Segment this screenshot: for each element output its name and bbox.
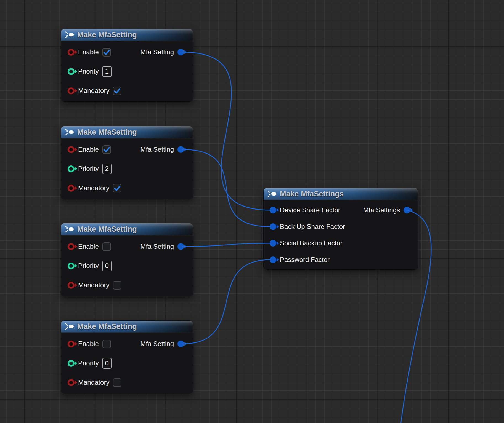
pin-row: Back Up Share Factor: [264, 218, 418, 235]
node-make-mfasetting-3[interactable]: Make MfaSetting Enable Mfa Setting: [61, 223, 193, 296]
pin-label-password-factor: Password Factor: [280, 256, 330, 264]
pin-label-priority: Priority: [78, 68, 99, 75]
pin-mandatory-bool[interactable]: [68, 379, 75, 386]
node-header[interactable]: Make MfaSettings: [264, 188, 418, 200]
pin-row: Enable Mfa Setting: [61, 334, 193, 354]
pin-row: Mandatory: [61, 275, 193, 295]
node-title: Make MfaSettings: [280, 190, 344, 198]
pin-row: Enable Mfa Setting: [61, 42, 193, 62]
pin-label-device-share-factor: Device Share Factor: [280, 206, 340, 214]
pin-mandatory-bool[interactable]: [68, 87, 75, 94]
pin-label-mfa-setting: Mfa Setting: [140, 243, 174, 250]
priority-input[interactable]: 2: [102, 164, 112, 174]
make-struct-icon: [65, 323, 74, 330]
node-title: Make MfaSetting: [77, 225, 137, 234]
mandatory-checkbox[interactable]: [113, 184, 121, 192]
pin-label-mfa-setting: Mfa Setting: [140, 146, 174, 153]
pin-row: Priority 2: [61, 159, 193, 178]
pin-label-mandatory: Mandatory: [78, 379, 109, 386]
pin-row: Priority 0: [61, 256, 193, 275]
pin-social-backup-factor[interactable]: [270, 240, 276, 247]
node-make-mfasetting-1[interactable]: Make MfaSetting Enable Mfa Setting: [61, 29, 193, 101]
wire-mfasetting4-to-password-factor[interactable]: [182, 260, 270, 344]
pin-label-mandatory: Mandatory: [78, 281, 109, 289]
blueprint-graph-canvas[interactable]: Make MfaSetting Enable Mfa Setting: [0, 0, 504, 423]
pin-label-enable: Enable: [78, 243, 99, 250]
enable-checkbox[interactable]: [102, 48, 111, 57]
pin-label-social-backup-factor: Social Backup Factor: [280, 239, 343, 247]
check-icon: [113, 87, 121, 95]
pin-label-mfa-settings: Mfa Settings: [363, 206, 400, 214]
priority-input[interactable]: 0: [102, 358, 112, 369]
pin-row: Enable Mfa Setting: [61, 237, 193, 256]
make-struct-icon: [65, 31, 74, 38]
pin-mandatory-bool[interactable]: [68, 282, 75, 289]
mandatory-checkbox[interactable]: [113, 378, 121, 387]
pin-enable-bool[interactable]: [68, 243, 75, 250]
pin-priority-int[interactable]: [68, 165, 75, 172]
make-struct-icon: [65, 226, 74, 233]
node-header[interactable]: Make MfaSetting: [61, 223, 193, 235]
pin-label-mandatory: Mandatory: [78, 184, 109, 192]
pin-row: Device Share Factor Mfa Settings: [264, 202, 418, 218]
pin-mandatory-bool[interactable]: [68, 185, 75, 192]
pin-row: Password Factor: [264, 251, 418, 268]
node-header[interactable]: Make MfaSetting: [61, 321, 193, 333]
check-icon: [103, 49, 110, 56]
pin-label-priority: Priority: [78, 359, 99, 367]
pin-back-up-share-factor[interactable]: [270, 223, 276, 230]
pin-row: Mandatory: [61, 373, 193, 392]
node-make-mfasettings[interactable]: Make MfaSettings Device Share Factor Mfa…: [264, 188, 418, 269]
pin-label-priority: Priority: [78, 165, 99, 173]
pin-mfa-settings-output[interactable]: [404, 207, 410, 213]
pin-label-enable: Enable: [78, 146, 99, 153]
node-title: Make MfaSetting: [77, 31, 137, 39]
node-title: Make MfaSetting: [77, 128, 137, 136]
mandatory-checkbox[interactable]: [113, 87, 121, 95]
pin-device-share-factor[interactable]: [270, 207, 276, 213]
pin-label-mandatory: Mandatory: [78, 87, 109, 95]
pin-row: Social Backup Factor: [264, 235, 418, 251]
make-struct-icon: [65, 128, 74, 136]
enable-checkbox[interactable]: [102, 340, 111, 348]
pin-enable-bool[interactable]: [68, 146, 75, 153]
pin-mfa-setting-output[interactable]: [177, 243, 184, 250]
pin-priority-int[interactable]: [68, 360, 75, 367]
pin-label-mfa-setting: Mfa Setting: [140, 48, 174, 56]
pin-priority-int[interactable]: [68, 263, 75, 269]
make-struct-icon: [267, 190, 277, 197]
pin-mfa-setting-output[interactable]: [177, 146, 184, 153]
pin-label-enable: Enable: [78, 340, 99, 348]
pin-row: Mandatory: [61, 81, 193, 100]
wire-mfasetting1-to-device-share-factor[interactable]: [182, 52, 270, 210]
priority-input[interactable]: 0: [102, 261, 112, 271]
pin-mfa-setting-output[interactable]: [177, 341, 184, 347]
check-icon: [113, 184, 121, 192]
pin-row: Enable Mfa Setting: [61, 140, 193, 159]
priority-input[interactable]: 1: [102, 66, 112, 77]
pin-label-enable: Enable: [78, 48, 99, 56]
node-make-mfasetting-2[interactable]: Make MfaSetting Enable Mfa Setting: [61, 126, 193, 199]
node-header[interactable]: Make MfaSetting: [61, 126, 193, 138]
pin-enable-bool[interactable]: [68, 341, 75, 347]
pin-row: Mandatory: [61, 178, 193, 198]
enable-checkbox[interactable]: [102, 242, 111, 251]
pin-row: Priority 0: [61, 354, 193, 373]
pin-mfa-setting-output[interactable]: [177, 49, 184, 55]
check-icon: [103, 146, 110, 153]
pin-priority-int[interactable]: [68, 68, 75, 75]
pin-label-back-up-share-factor: Back Up Share Factor: [280, 223, 345, 231]
node-title: Make MfaSetting: [77, 322, 137, 331]
pin-password-factor[interactable]: [270, 256, 276, 263]
wire-mfasetting3-to-social-backup-factor[interactable]: [182, 243, 270, 247]
pin-row: Priority 1: [61, 62, 193, 81]
node-header[interactable]: Make MfaSetting: [61, 29, 193, 41]
enable-checkbox[interactable]: [102, 145, 111, 154]
mandatory-checkbox[interactable]: [113, 281, 121, 290]
pin-enable-bool[interactable]: [68, 49, 75, 56]
pin-label-mfa-setting: Mfa Setting: [140, 340, 174, 348]
pin-label-priority: Priority: [78, 262, 99, 270]
node-make-mfasetting-4[interactable]: Make MfaSetting Enable Mfa Setting: [61, 321, 193, 393]
wire-mfasetting2-to-back-up-share-factor[interactable]: [182, 149, 270, 227]
